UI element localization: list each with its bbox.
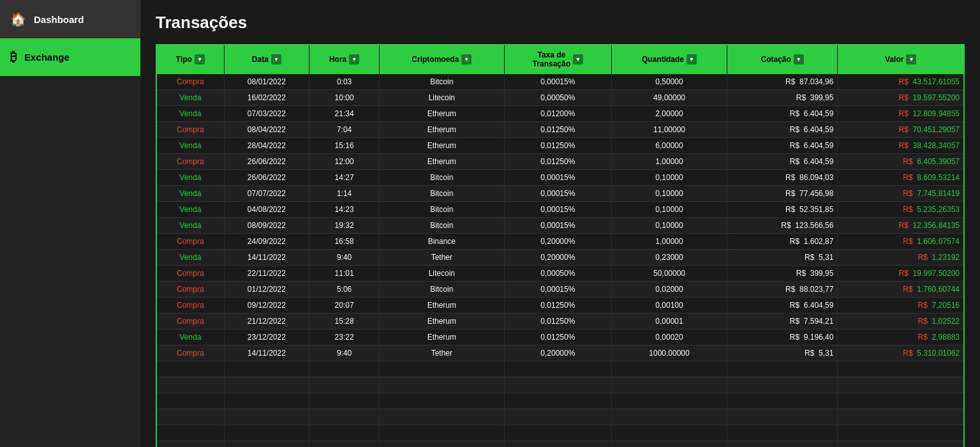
cell-valor: R$ 12.356,84135 xyxy=(838,217,963,233)
table-header-row: Tipo ▼ Data ▼ Hora ▼ xyxy=(157,45,963,74)
cell-quantidade: 11,00000 xyxy=(612,121,727,137)
cell-data: 08/04/2022 xyxy=(224,121,309,137)
valor-rs-label: R$ xyxy=(903,205,912,214)
cell-hora: 9:40 xyxy=(309,249,380,265)
valor-rs-label: R$ xyxy=(918,333,928,342)
cell-quantidade: 0,00100 xyxy=(612,297,727,313)
sidebar-item-label: Exchange xyxy=(24,52,70,63)
valor-rs-label: R$ xyxy=(899,77,909,86)
sidebar-item-dashboard[interactable]: 🏠Dashboard xyxy=(0,0,140,38)
valor-amount: 1,02522 xyxy=(932,317,960,326)
cell-cotacao-rs: R$ 399,95 xyxy=(727,265,838,281)
valor-rs-label: R$ xyxy=(903,189,912,198)
cell-hora: 16:58 xyxy=(309,233,380,249)
cell-tipo: Venda xyxy=(157,249,224,265)
cell-cripto: Etherum xyxy=(380,105,504,121)
valor-rs-label: R$ xyxy=(899,269,909,278)
cell-taxa: 0,01250% xyxy=(504,121,612,137)
col-cripto-dropdown[interactable]: ▼ xyxy=(461,54,471,64)
cell-cripto: Bitcoin xyxy=(380,281,504,297)
cell-hora: 7:04 xyxy=(309,121,380,137)
cell-valor: R$ 70.451,29057 xyxy=(838,121,963,137)
col-valor: Valor ▼ xyxy=(838,45,963,74)
cell-cotacao-rs: R$ 77.456,98 xyxy=(727,185,838,201)
cell-data: 01/12/2022 xyxy=(224,281,309,297)
cell-quantidade: 1,00000 xyxy=(612,233,727,249)
cell-valor: R$ 12.809,94855 xyxy=(838,105,963,121)
col-hora-dropdown[interactable]: ▼ xyxy=(349,54,359,64)
cell-cripto: Binance xyxy=(380,233,504,249)
cell-data: 23/12/2022 xyxy=(224,329,309,345)
cell-taxa: 0,00015% xyxy=(504,169,612,185)
cell-taxa: 0,20000% xyxy=(504,345,612,361)
cell-quantidade: 0,10000 xyxy=(612,201,727,217)
valor-amount: 19.997,50200 xyxy=(913,269,960,278)
cell-quantidade: 0,10000 xyxy=(612,185,727,201)
table-row-empty xyxy=(157,441,963,447)
valor-amount: 12.356,84135 xyxy=(913,221,960,230)
valor-rs-label: R$ xyxy=(903,285,912,294)
col-cotacao-dropdown[interactable]: ▼ xyxy=(794,54,804,64)
col-tipo-dropdown[interactable]: ▼ xyxy=(195,54,205,64)
cell-tipo: Venda xyxy=(157,185,224,201)
cell-valor: R$ 19.997,50200 xyxy=(838,265,963,281)
table-row: Venda 26/06/2022 14:27 Bitcoin 0,00015% … xyxy=(157,169,963,185)
cell-taxa: 0,00015% xyxy=(504,281,612,297)
col-data-dropdown[interactable]: ▼ xyxy=(271,54,281,64)
valor-amount: 1.760,60744 xyxy=(917,285,960,294)
col-taxa: Taxa deTransação ▼ xyxy=(504,45,612,74)
cell-cotacao-rs: R$ 5,31 xyxy=(727,249,838,265)
col-valor-dropdown[interactable]: ▼ xyxy=(906,54,916,64)
valor-amount: 7,20516 xyxy=(932,301,960,310)
sidebar-item-exchange[interactable]: ₿Exchange xyxy=(0,38,140,76)
cell-cotacao-rs: R$ 123.566,56 xyxy=(727,217,838,233)
valor-amount: 12.809,94855 xyxy=(913,109,960,118)
cell-valor: R$ 5.310,01062 xyxy=(838,345,963,361)
cell-taxa: 0,00015% xyxy=(504,217,612,233)
transactions-table: Tipo ▼ Data ▼ Hora ▼ xyxy=(157,45,963,447)
cell-valor: R$ 38.428,34057 xyxy=(838,137,963,153)
valor-amount: 43.517,61055 xyxy=(913,77,960,86)
valor-amount: 5.235,26353 xyxy=(917,205,960,214)
cell-tipo: Compra xyxy=(157,281,224,297)
table-row: Compra 21/12/2022 15:28 Etherum 0,01250%… xyxy=(157,313,963,329)
cell-cripto: Etherum xyxy=(380,137,504,153)
cell-cripto: Bitcoin xyxy=(380,217,504,233)
cell-taxa: 0,01250% xyxy=(504,329,612,345)
cell-cotacao-rs: R$ 5,31 xyxy=(727,345,838,361)
col-cotacao: Cotação ▼ xyxy=(727,45,838,74)
cell-valor: R$ 6.405,39057 xyxy=(838,153,963,169)
table-row: Venda 07/03/2022 21:34 Etherum 0,01200% … xyxy=(157,105,963,121)
cell-cotacao-rs: R$ 7.594,21 xyxy=(727,313,838,329)
cell-hora: 1:14 xyxy=(309,185,380,201)
table-row: Compra 14/11/2022 9:40 Tether 0,20000% 1… xyxy=(157,345,963,361)
valor-amount: 8.609,53214 xyxy=(917,173,960,182)
table-row-empty xyxy=(157,377,963,393)
cell-tipo: Venda xyxy=(157,329,224,345)
table-row-empty xyxy=(157,393,963,409)
table-row: Compra 22/11/2022 11:01 Litecoin 0,00050… xyxy=(157,265,963,281)
cell-cotacao-rs: R$ 1.602,87 xyxy=(727,233,838,249)
col-cotacao-label: Cotação xyxy=(761,55,791,64)
cell-data: 26/06/2022 xyxy=(224,153,309,169)
cell-cripto: Bitcoin xyxy=(380,74,504,90)
valor-rs-label: R$ xyxy=(899,125,909,134)
cell-quantidade: 1,00000 xyxy=(612,153,727,169)
col-taxa-dropdown[interactable]: ▼ xyxy=(573,54,583,64)
cell-hora: 21:34 xyxy=(309,105,380,121)
cell-cripto: Bitcoin xyxy=(380,185,504,201)
cell-taxa: 0,00050% xyxy=(504,89,612,105)
cell-valor: R$ 8.609,53214 xyxy=(838,169,963,185)
cell-hora: 9:40 xyxy=(309,345,380,361)
table-row: Venda 23/12/2022 23:22 Etherum 0,01250% … xyxy=(157,329,963,345)
cell-cotacao-rs: R$ 88.023,77 xyxy=(727,281,838,297)
cell-tipo: Compra xyxy=(157,265,224,281)
valor-amount: 38.428,34057 xyxy=(913,141,960,150)
cell-taxa: 0,01250% xyxy=(504,313,612,329)
table-row-empty xyxy=(157,361,963,377)
col-quantidade-dropdown[interactable]: ▼ xyxy=(687,54,697,64)
cell-cripto: Litecoin xyxy=(380,265,504,281)
valor-rs-label: R$ xyxy=(903,173,912,182)
cell-data: 22/11/2022 xyxy=(224,265,309,281)
cell-hora: 19:32 xyxy=(309,217,380,233)
